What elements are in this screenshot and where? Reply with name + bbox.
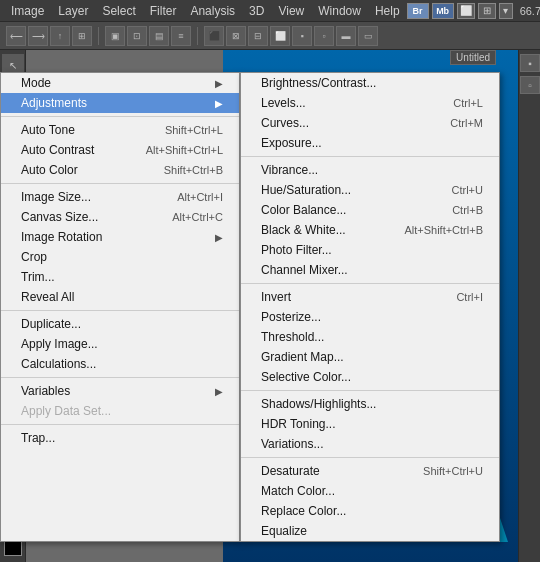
- separator-1: [1, 116, 239, 117]
- adj-posterize[interactable]: Posterize...: [241, 307, 499, 327]
- dropdown-btn[interactable]: ▾: [499, 3, 513, 19]
- options-bar: ⟵ ⟶ ↑ ⊞ ▣ ⊡ ▤ ≡ ⬛ ⊠ ⊟ ⬜ ▪ ▫ ▬ ▭: [0, 22, 540, 50]
- menu-item-image-rotation[interactable]: Image Rotation ▶: [1, 227, 239, 247]
- align-btn-3[interactable]: ⊟: [248, 26, 268, 46]
- adj-vibrance[interactable]: Vibrance...: [241, 160, 499, 180]
- adj-black-white[interactable]: Black & White... Alt+Shift+Ctrl+B: [241, 220, 499, 240]
- menu-window[interactable]: Window: [311, 2, 368, 20]
- mini-bridge-btn[interactable]: Mb: [432, 3, 454, 19]
- align-btn-5[interactable]: ▪: [292, 26, 312, 46]
- menu-item-image-size[interactable]: Image Size... Alt+Ctrl+I: [1, 187, 239, 207]
- menu-item-trap[interactable]: Trap...: [1, 428, 239, 448]
- adj-selective-color[interactable]: Selective Color...: [241, 367, 499, 387]
- menu-view[interactable]: View: [271, 2, 311, 20]
- menu-select[interactable]: Select: [95, 2, 142, 20]
- adj-hue-saturation[interactable]: Hue/Saturation... Ctrl+U: [241, 180, 499, 200]
- menu-image[interactable]: Image: [4, 2, 51, 20]
- adj-invert[interactable]: Invert Ctrl+I: [241, 287, 499, 307]
- adj-equalize[interactable]: Equalize: [241, 521, 499, 541]
- arrange-btn-2[interactable]: ⊡: [127, 26, 147, 46]
- adj-photo-filter[interactable]: Photo Filter...: [241, 240, 499, 260]
- menu-item-adjustments[interactable]: Adjustments ▶: [1, 93, 239, 113]
- adj-desaturate[interactable]: Desaturate Shift+Ctrl+U: [241, 461, 499, 481]
- align-btn-7[interactable]: ▬: [336, 26, 356, 46]
- align-btn-8[interactable]: ▭: [358, 26, 378, 46]
- image-menu: Mode ▶ Adjustments ▶ Auto Tone Shift+Ctr…: [0, 72, 240, 542]
- document-tab[interactable]: Untitled: [450, 50, 496, 65]
- adj-sep-1: [241, 156, 499, 157]
- adj-hdr-toning[interactable]: HDR Toning...: [241, 414, 499, 434]
- adj-shadows-highlights[interactable]: Shadows/Highlights...: [241, 394, 499, 414]
- adj-channel-mixer[interactable]: Channel Mixer...: [241, 260, 499, 280]
- menubar: Image Layer Select Filter Analysis 3D Vi…: [0, 0, 540, 22]
- adj-sep-4: [241, 457, 499, 458]
- dropdown-menus: Mode ▶ Adjustments ▶ Auto Tone Shift+Ctr…: [0, 72, 500, 542]
- tool-btn-2[interactable]: ⟶: [28, 26, 48, 46]
- separator-5: [1, 424, 239, 425]
- align-btn-1[interactable]: ⬛: [204, 26, 224, 46]
- adj-levels[interactable]: Levels... Ctrl+L: [241, 93, 499, 113]
- tool-btn-3[interactable]: ↑: [50, 26, 70, 46]
- separator-2: [1, 183, 239, 184]
- separator-4: [1, 377, 239, 378]
- menu-item-crop[interactable]: Crop: [1, 247, 239, 267]
- menu-item-apply-data-set: Apply Data Set...: [1, 401, 239, 421]
- tool-btn-4[interactable]: ⊞: [72, 26, 92, 46]
- menu-layer[interactable]: Layer: [51, 2, 95, 20]
- align-btn-4[interactable]: ⬜: [270, 26, 290, 46]
- adj-replace-color[interactable]: Replace Color...: [241, 501, 499, 521]
- arrange-btn[interactable]: ⊞: [478, 3, 496, 19]
- zoom-level: 66.7: [520, 5, 540, 17]
- menu-analysis[interactable]: Analysis: [183, 2, 242, 20]
- adj-variations[interactable]: Variations...: [241, 434, 499, 454]
- menu-item-auto-color[interactable]: Auto Color Shift+Ctrl+B: [1, 160, 239, 180]
- adj-color-balance[interactable]: Color Balance... Ctrl+B: [241, 200, 499, 220]
- adj-curves[interactable]: Curves... Ctrl+M: [241, 113, 499, 133]
- right-panel: ▪ ▫: [518, 50, 540, 562]
- menu-item-apply-image[interactable]: Apply Image...: [1, 334, 239, 354]
- tool-btn-1[interactable]: ⟵: [6, 26, 26, 46]
- bridge-btn[interactable]: Br: [407, 3, 429, 19]
- arrange-btn-4[interactable]: ≡: [171, 26, 191, 46]
- adj-match-color[interactable]: Match Color...: [241, 481, 499, 501]
- menu-item-trim[interactable]: Trim...: [1, 267, 239, 287]
- panel-btn-2[interactable]: ▫: [520, 76, 540, 94]
- screen-mode-btn[interactable]: ⬜: [457, 3, 475, 19]
- adj-sep-3: [241, 390, 499, 391]
- arrange-btn-1[interactable]: ▣: [105, 26, 125, 46]
- menu-item-mode[interactable]: Mode ▶: [1, 73, 239, 93]
- menu-filter[interactable]: Filter: [143, 2, 184, 20]
- menu-3d[interactable]: 3D: [242, 2, 271, 20]
- adj-exposure[interactable]: Exposure...: [241, 133, 499, 153]
- panel-btn-1[interactable]: ▪: [520, 54, 540, 72]
- menu-item-variables[interactable]: Variables ▶: [1, 381, 239, 401]
- menu-item-auto-contrast[interactable]: Auto Contrast Alt+Shift+Ctrl+L: [1, 140, 239, 160]
- align-btn-2[interactable]: ⊠: [226, 26, 246, 46]
- workspace: ↖ ⬚ ℒ ✦ ⊹ 🖉 ⊕ ✏ ⊗ ◎ ◻ ▤ ◯ ✒ T ⊿ ◼ ⊛ ✋ 🔍 …: [0, 50, 540, 562]
- adjustments-menu: Brightness/Contrast... Levels... Ctrl+L …: [240, 72, 500, 542]
- adj-brightness-contrast[interactable]: Brightness/Contrast...: [241, 73, 499, 93]
- menu-help[interactable]: Help: [368, 2, 407, 20]
- adj-gradient-map[interactable]: Gradient Map...: [241, 347, 499, 367]
- menu-item-calculations[interactable]: Calculations...: [1, 354, 239, 374]
- menu-item-auto-tone[interactable]: Auto Tone Shift+Ctrl+L: [1, 120, 239, 140]
- adj-threshold[interactable]: Threshold...: [241, 327, 499, 347]
- menu-item-reveal-all[interactable]: Reveal All: [1, 287, 239, 307]
- arrange-btn-3[interactable]: ▤: [149, 26, 169, 46]
- menu-item-duplicate[interactable]: Duplicate...: [1, 314, 239, 334]
- separator-3: [1, 310, 239, 311]
- menu-item-canvas-size[interactable]: Canvas Size... Alt+Ctrl+C: [1, 207, 239, 227]
- adj-sep-2: [241, 283, 499, 284]
- align-btn-6[interactable]: ▫: [314, 26, 334, 46]
